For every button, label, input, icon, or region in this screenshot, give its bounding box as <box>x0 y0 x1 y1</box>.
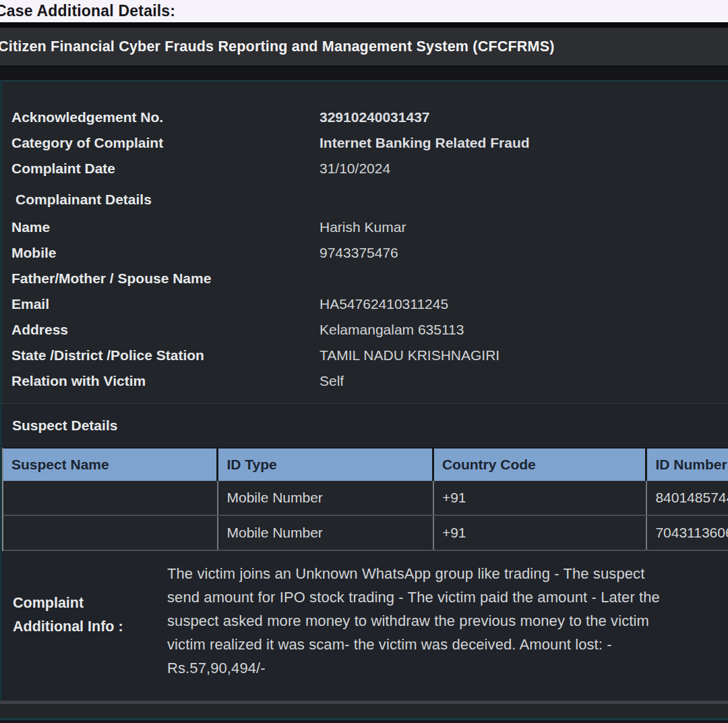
field-label: Address <box>2 322 320 338</box>
table-row: Mobile Number +91 8401485744 <box>3 481 728 516</box>
column-header-suspect-name: Suspect Name <box>3 449 218 481</box>
field-row-complaint-date: Complaint Date 31/10/2024 <box>2 156 728 181</box>
cfcfrms-banner-title: Citizen Financial Cyber Frauds Reporting… <box>0 38 555 55</box>
field-row-father-mother-spouse: Father/Mother / Spouse Name <box>2 266 728 291</box>
table-row: Mobile Number +91 7043113606 <box>3 516 728 551</box>
field-row-state-district-ps: State /District /Police Station TAMIL NA… <box>2 343 728 368</box>
field-value: 31/10/2024 <box>320 161 390 177</box>
bottom-accent-line <box>0 718 728 720</box>
cell-country-code: +91 <box>434 516 647 550</box>
field-label: Acknowledgement No. <box>2 109 320 125</box>
field-row-address: Address Kelamangalam 635113 <box>2 317 728 343</box>
field-value: Self <box>320 373 344 389</box>
suspect-details-heading-row: Suspect Details <box>2 404 728 447</box>
complaint-text-line: send amount for IPO stock trading - The … <box>167 585 660 609</box>
complaint-text-line: Rs.57,90,494/- <box>167 656 660 680</box>
complaint-additional-info-label-line2: Additional Info : <box>13 615 167 639</box>
field-label: Name <box>2 219 320 235</box>
field-label: State /District /Police Station <box>2 347 320 364</box>
cell-suspect-name <box>3 516 218 550</box>
field-value: HA54762410311245 <box>320 296 448 312</box>
field-label: Complaint Date <box>2 161 320 177</box>
complaint-additional-info-label: Complaint Additional Info : <box>13 562 167 701</box>
suspect-table-header-row: Suspect Name ID Type Country Code ID Num… <box>3 449 728 481</box>
suspect-details-heading: Suspect Details <box>2 417 117 434</box>
complaint-text-line: The victim joins an Unknown WhatsApp gro… <box>167 562 660 585</box>
field-label: Email <box>2 296 320 312</box>
field-row-category: Category of Complaint Internet Banking R… <box>2 130 728 156</box>
field-value: Harish Kumar <box>320 219 406 235</box>
field-value: Kelamangalam 635113 <box>320 322 464 338</box>
footer-band <box>0 704 728 718</box>
cell-id-type: Mobile Number <box>218 516 433 550</box>
cfcfrms-banner: Citizen Financial Cyber Frauds Reporting… <box>0 28 728 67</box>
column-header-country-code: Country Code <box>434 449 647 481</box>
page-gap <box>0 67 728 80</box>
suspect-section: Suspect Details Suspect Name ID Type Cou… <box>0 403 728 701</box>
complaint-additional-info-text: The victim joins an Unknown WhatsApp gro… <box>167 562 660 701</box>
field-label: Category of Complaint <box>2 135 320 151</box>
column-header-id-number: ID Number <box>647 449 728 481</box>
complaint-text-line: victim realized it was scam- the victim … <box>167 633 660 656</box>
complainant-details-heading-row: Complainant Details <box>2 185 728 214</box>
complaint-additional-info-section: Complaint Additional Info : The victim j… <box>2 551 728 701</box>
page-title: Case Additional Details: <box>0 2 175 20</box>
top-bar: Case Additional Details: <box>0 0 728 22</box>
field-row-name: Name Harish Kumar <box>2 214 728 240</box>
field-row-acknowledgement-no: Acknowledgement No. 32910240031437 <box>2 105 728 130</box>
field-row-mobile: Mobile 9743375476 <box>2 240 728 266</box>
field-label: Relation with Victim <box>2 373 320 389</box>
field-value: 32910240031437 <box>320 109 430 125</box>
complaint-text-line: suspect asked more money to withdraw the… <box>167 609 660 633</box>
cell-id-number: 7043113606 <box>647 516 728 550</box>
cell-id-number: 8401485744 <box>647 481 728 515</box>
cell-id-type: Mobile Number <box>218 481 433 515</box>
complaint-additional-info-label-line1: Complaint <box>13 591 167 615</box>
cell-country-code: +91 <box>434 481 647 515</box>
cell-suspect-name <box>3 481 218 515</box>
field-row-email: Email HA54762410311245 <box>2 291 728 317</box>
field-value: Internet Banking Related Fraud <box>320 135 530 151</box>
field-value: TAMIL NADU KRISHNAGIRI <box>320 347 499 364</box>
field-label: Mobile <box>2 245 320 261</box>
suspect-table: Suspect Name ID Type Country Code ID Num… <box>2 447 728 551</box>
field-value: 9743375476 <box>320 245 398 261</box>
field-label: Father/Mother / Spouse Name <box>2 270 320 287</box>
column-header-id-type: ID Type <box>218 449 433 481</box>
complainant-details-heading: Complainant Details <box>2 192 152 208</box>
top-separator <box>0 22 728 28</box>
case-details-panel: Acknowledgement No. 32910240031437 Categ… <box>0 80 728 403</box>
field-row-relation-with-victim: Relation with Victim Self <box>2 368 728 394</box>
